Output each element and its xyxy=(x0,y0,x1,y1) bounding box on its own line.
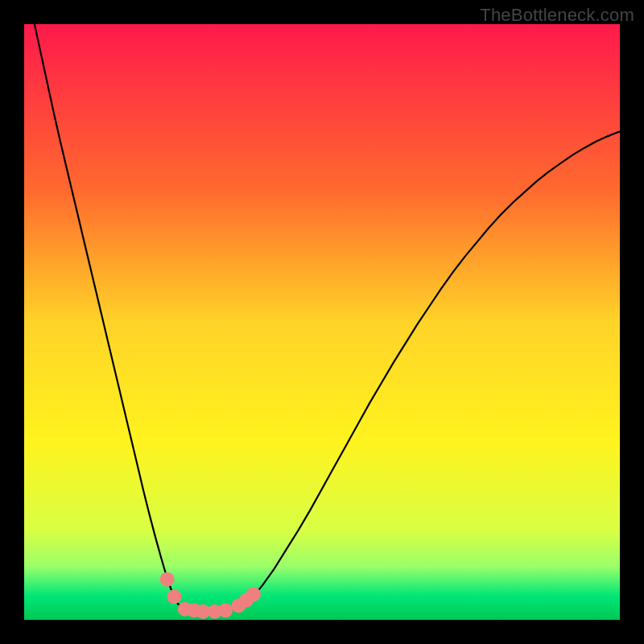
watermark-text: TheBottleneck.com xyxy=(480,5,634,26)
curve-marker xyxy=(218,603,233,617)
bottleneck-chart xyxy=(24,24,620,620)
curve-marker xyxy=(160,572,175,587)
gradient-background xyxy=(24,24,620,620)
curve-marker xyxy=(167,589,181,604)
curve-marker xyxy=(246,587,261,601)
chart-frame: TheBottleneck.com xyxy=(0,0,644,644)
